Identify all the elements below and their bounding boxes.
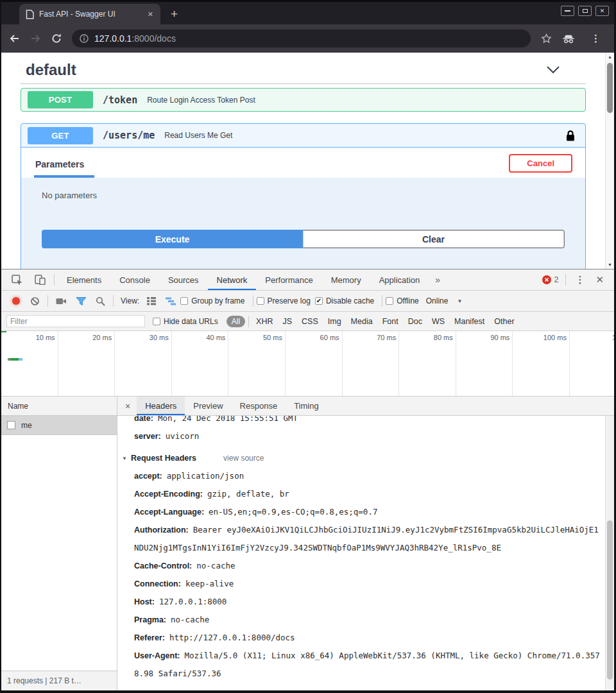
- header-value: http://127.0.0.1:8000/docs: [169, 633, 295, 642]
- details-scrollbar[interactable]: [605, 416, 614, 690]
- request-header-row: Authorization:Bearer eyJ0eXAiOiJKV1QiLCJ…: [117, 521, 601, 557]
- no-parameters-text: No parameters: [42, 191, 565, 200]
- back-button[interactable]: [9, 33, 20, 44]
- search-icon[interactable]: [91, 296, 110, 306]
- detail-close-icon[interactable]: ×: [119, 401, 137, 411]
- auth-lock-icon[interactable]: [565, 130, 576, 142]
- bookmark-star-icon[interactable]: [541, 33, 552, 44]
- opblock-get-header[interactable]: GET /users/me Read Users Me Get: [21, 124, 585, 148]
- divider: [382, 295, 382, 307]
- header-value: gzip, deflate, br: [207, 489, 289, 499]
- clear-requests-icon[interactable]: [26, 296, 44, 306]
- offline-checkbox[interactable]: [386, 297, 393, 305]
- details-scrollbar-thumb[interactable]: [607, 520, 613, 680]
- minimize-button[interactable]: [561, 6, 574, 16]
- group-by-frame-checkbox[interactable]: [180, 297, 188, 305]
- filter-type[interactable]: XHR: [256, 317, 273, 326]
- header-value: no-cache: [196, 561, 235, 570]
- timeline-tick: 70 ms: [343, 331, 400, 396]
- request-headers-title: Request Headers: [131, 450, 196, 467]
- filter-type[interactable]: WS: [432, 317, 445, 326]
- inspect-element-icon[interactable]: [6, 275, 29, 286]
- preserve-log-label[interactable]: Preserve log: [268, 296, 311, 305]
- filter-type[interactable]: Media: [351, 317, 373, 326]
- view-source-link[interactable]: view source: [223, 450, 264, 467]
- filter-type[interactable]: Font: [382, 317, 398, 326]
- scroll-down-icon[interactable]: ▼: [606, 262, 614, 267]
- clear-button[interactable]: Clear: [303, 230, 565, 248]
- collapse-triangle-icon[interactable]: ▼: [122, 450, 127, 467]
- waterfall-view-icon[interactable]: [161, 296, 180, 305]
- parameters-header: Parameters Cancel: [21, 148, 585, 178]
- close-window-button[interactable]: ✕: [595, 6, 609, 16]
- refresh-button[interactable]: [51, 33, 62, 44]
- detail-tab-headers[interactable]: Headers: [137, 397, 185, 415]
- incognito-icon: [562, 34, 575, 44]
- hide-data-urls-label[interactable]: Hide data URLs: [164, 317, 218, 326]
- browser-menu-icon[interactable]: ⋮: [585, 33, 606, 44]
- timeline-tick: 90 ms: [456, 331, 513, 396]
- url-bar[interactable]: 127.0.0.1:8000/docs: [72, 30, 531, 47]
- post-path: /token: [103, 94, 137, 106]
- filter-type[interactable]: Manifest: [454, 317, 484, 326]
- name-column-header[interactable]: Name: [1, 397, 117, 416]
- filter-type[interactable]: Other: [494, 317, 514, 326]
- offline-label[interactable]: Offline: [397, 296, 418, 305]
- new-tab-button[interactable]: +: [171, 8, 178, 20]
- request-headers-section[interactable]: ▼ Request Headers view source: [117, 450, 601, 467]
- filter-input[interactable]: [6, 315, 145, 327]
- tab-elements[interactable]: Elements: [58, 270, 110, 290]
- request-row-me[interactable]: me: [1, 416, 117, 435]
- throttling-caret-icon[interactable]: ▼: [457, 298, 462, 304]
- request-header-row: Accept-Encoding:gzip, deflate, br: [117, 485, 601, 503]
- page-scrollbar[interactable]: ▲ ▼: [605, 53, 614, 269]
- filter-funnel-icon[interactable]: [71, 296, 91, 306]
- header-name: Pragma:: [134, 615, 166, 624]
- header-name: Accept-Encoding:: [134, 490, 203, 499]
- header-value: application/json: [167, 471, 244, 481]
- cancel-button[interactable]: Cancel: [509, 154, 572, 173]
- filter-type[interactable]: Img: [328, 317, 341, 326]
- network-overview-timeline[interactable]: 10 ms20 ms30 ms40 ms50 ms60 ms70 ms80 ms…: [1, 331, 614, 397]
- tab-console[interactable]: Console: [110, 270, 159, 290]
- browser-tab[interactable]: Fast API - Swagger UI ✕: [19, 4, 160, 24]
- filter-type[interactable]: CSS: [302, 317, 318, 326]
- devtools-close-icon[interactable]: ✕: [590, 274, 609, 286]
- capture-screenshots-icon[interactable]: [51, 297, 71, 305]
- error-badge[interactable]: 2: [538, 275, 562, 284]
- detail-tab-timing[interactable]: Timing: [286, 397, 327, 415]
- device-toolbar-icon[interactable]: [29, 275, 51, 285]
- filter-type[interactable]: Doc: [408, 317, 422, 326]
- detail-tab-response[interactable]: Response: [232, 397, 286, 415]
- execute-button[interactable]: Execute: [42, 230, 303, 248]
- record-button[interactable]: [12, 297, 20, 305]
- group-by-frame-label[interactable]: Group by frame: [191, 296, 244, 305]
- tab-close-icon[interactable]: ✕: [146, 10, 155, 19]
- filter-type[interactable]: JS: [282, 317, 292, 326]
- hide-data-urls-checkbox[interactable]: [153, 318, 160, 325]
- tab-memory[interactable]: Memory: [322, 270, 370, 290]
- forward-button[interactable]: [30, 33, 41, 44]
- tab-performance[interactable]: Performance: [256, 270, 321, 290]
- tab-sources[interactable]: Sources: [159, 270, 208, 290]
- headers-content[interactable]: date:Mon, 24 Dec 2018 15:55:51 GMT serve…: [117, 416, 614, 690]
- more-tabs-chevron[interactable]: »: [429, 275, 447, 285]
- scroll-up-icon[interactable]: ▲: [606, 55, 614, 59]
- request-header-row: User-Agent:Mozilla/5.0 (X11; Linux x86_6…: [117, 647, 601, 683]
- collapse-section-chevron-icon[interactable]: [546, 65, 560, 74]
- preserve-log-checkbox[interactable]: [257, 297, 264, 305]
- list-view-icon[interactable]: [142, 296, 161, 305]
- throttling-select[interactable]: Online: [426, 296, 449, 305]
- opblock-post-header[interactable]: POST /token Route Login Access Token Pos…: [21, 89, 585, 111]
- page-scrollbar-thumb[interactable]: [607, 63, 613, 113]
- tab-network[interactable]: Network: [208, 270, 257, 290]
- site-info-icon[interactable]: [80, 34, 89, 43]
- disable-cache-checkbox[interactable]: ✔: [315, 297, 323, 305]
- devtools-menu-icon[interactable]: ⋮: [569, 274, 590, 286]
- filter-type-all[interactable]: All: [227, 316, 245, 327]
- tab-application[interactable]: Application: [370, 270, 429, 290]
- maximize-button[interactable]: [578, 6, 592, 16]
- timeline-tick: 20 ms: [58, 331, 116, 396]
- disable-cache-label[interactable]: Disable cache: [326, 296, 374, 305]
- detail-tab-preview[interactable]: Preview: [185, 397, 231, 415]
